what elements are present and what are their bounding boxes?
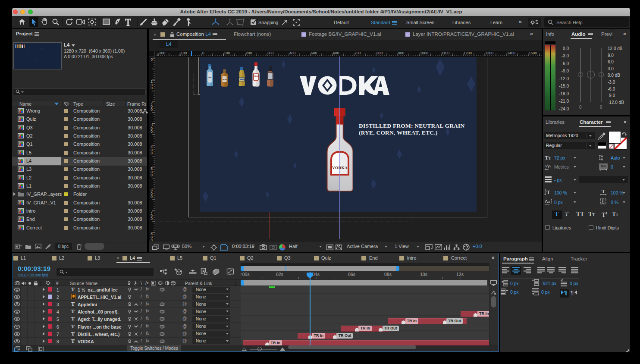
svg-text:VODKA: VODKA bbox=[253, 75, 259, 77]
svg-text:V: V bbox=[545, 164, 548, 168]
svg-text:T: T bbox=[546, 189, 550, 195]
svg-text:A: A bbox=[601, 157, 603, 161]
svg-text:GIN: GIN bbox=[208, 76, 211, 78]
svg-text:A: A bbox=[545, 199, 548, 204]
svg-text:a: a bbox=[548, 200, 550, 204]
svg-text:RUM: RUM bbox=[223, 78, 227, 81]
svg-text:T: T bbox=[602, 188, 605, 195]
